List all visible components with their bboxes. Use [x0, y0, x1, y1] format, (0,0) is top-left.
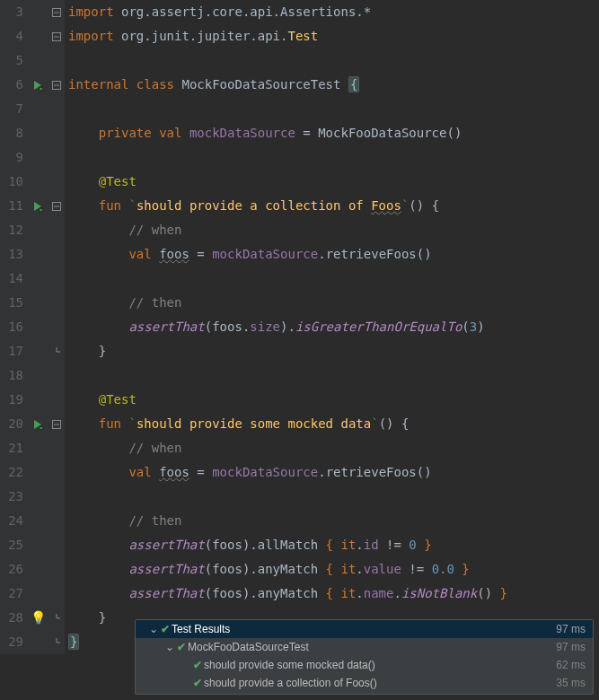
test-result-row[interactable]: ✔should provide some mocked data()62 ms: [136, 656, 593, 674]
code-content[interactable]: assertThat(foos).anyMatch { it.name.isNo…: [65, 582, 507, 606]
fold-marker-open[interactable]: [48, 194, 65, 218]
code-line[interactable]: 8 private val mockDataSource = MockFooDa…: [0, 121, 599, 145]
fold-marker-open[interactable]: [48, 73, 65, 97]
line-number[interactable]: 27: [0, 582, 27, 606]
line-number[interactable]: 19: [0, 388, 27, 412]
run-test-icon[interactable]: [27, 412, 48, 436]
fold-marker-open[interactable]: [48, 24, 65, 48]
test-result-name: MockFooDataSourceTest: [188, 641, 556, 653]
fold-marker-empty: [48, 557, 65, 582]
code-line[interactable]: 17 }: [0, 339, 599, 363]
code-line[interactable]: 5: [0, 48, 599, 73]
code-content[interactable]: assertThat(foos).allMatch { it.id != 0 }: [65, 533, 432, 557]
code-line[interactable]: 24 // then: [0, 509, 599, 533]
code-content[interactable]: private val mockDataSource = MockFooData…: [65, 121, 462, 145]
fold-marker-empty: [48, 242, 65, 267]
code-line[interactable]: 27 assertThat(foos).anyMatch { it.name.i…: [0, 582, 599, 606]
code-line[interactable]: 19 @Test: [0, 388, 599, 412]
line-number[interactable]: 29: [0, 630, 27, 654]
code-content[interactable]: // when: [65, 218, 181, 242]
code-content[interactable]: // then: [65, 291, 181, 315]
line-number[interactable]: 3: [0, 0, 27, 24]
line-number[interactable]: 11: [0, 194, 27, 218]
line-number[interactable]: 4: [0, 24, 27, 48]
line-number[interactable]: 5: [0, 48, 27, 73]
code-content[interactable]: }: [65, 606, 106, 630]
code-line[interactable]: 4import org.junit.jupiter.api.Test: [0, 24, 599, 48]
fold-marker-open[interactable]: [48, 0, 65, 24]
code-line[interactable]: 23: [0, 485, 599, 509]
line-number[interactable]: 15: [0, 291, 27, 315]
line-number[interactable]: 17: [0, 339, 27, 363]
code-line[interactable]: 3import org.assertj.core.api.Assertions.…: [0, 0, 599, 24]
line-number[interactable]: 23: [0, 485, 27, 509]
code-content[interactable]: fun `should provide some mocked data`() …: [65, 412, 409, 436]
code-content[interactable]: import org.junit.jupiter.api.Test: [65, 24, 318, 48]
code-content[interactable]: assertThat(foos).anyMatch { it.value != …: [65, 557, 470, 582]
code-line[interactable]: 15 // then: [0, 291, 599, 315]
code-line[interactable]: 26 assertThat(foos).anyMatch { it.value …: [0, 557, 599, 582]
code-content[interactable]: fun `should provide a collection of Foos…: [65, 194, 439, 218]
line-number[interactable]: 14: [0, 267, 27, 291]
gutter-icon-empty: [27, 485, 48, 509]
code-line[interactable]: 25 assertThat(foos).allMatch { it.id != …: [0, 533, 599, 557]
line-number[interactable]: 25: [0, 533, 27, 557]
code-line[interactable]: 20 fun `should provide some mocked data`…: [0, 412, 599, 436]
code-line[interactable]: 7: [0, 97, 599, 121]
line-number[interactable]: 24: [0, 509, 27, 533]
code-content[interactable]: @Test: [65, 388, 137, 412]
gutter-icon-empty: [27, 315, 48, 339]
line-number[interactable]: 21: [0, 436, 27, 460]
code-content[interactable]: @Test: [65, 170, 137, 194]
run-test-icon[interactable]: [27, 194, 48, 218]
fold-marker-close[interactable]: [48, 630, 65, 654]
code-line[interactable]: 6internal class MockFooDataSourceTest {: [0, 73, 599, 97]
chevron-down-icon[interactable]: ⌄: [164, 641, 175, 653]
code-content[interactable]: val foos = mockDataSource.retrieveFoos(): [65, 460, 432, 485]
fold-marker-close[interactable]: [48, 339, 65, 363]
line-number[interactable]: 7: [0, 97, 27, 121]
line-number[interactable]: 26: [0, 557, 27, 582]
test-result-time: 35 ms: [556, 677, 586, 689]
code-content[interactable]: // when: [65, 436, 181, 460]
code-content[interactable]: assertThat(foos.size).isGreaterThanOrEqu…: [65, 315, 485, 339]
code-content[interactable]: // then: [65, 509, 181, 533]
line-number[interactable]: 20: [0, 412, 27, 436]
code-line[interactable]: 13 val foos = mockDataSource.retrieveFoo…: [0, 242, 599, 267]
code-line[interactable]: 16 assertThat(foos.size).isGreaterThanOr…: [0, 315, 599, 339]
code-line[interactable]: 12 // when: [0, 218, 599, 242]
code-line[interactable]: 11 fun `should provide a collection of F…: [0, 194, 599, 218]
code-content[interactable]: }: [65, 630, 79, 654]
fold-marker-close[interactable]: [48, 606, 65, 630]
code-content[interactable]: internal class MockFooDataSourceTest {: [65, 73, 359, 97]
run-test-icon[interactable]: [27, 73, 48, 97]
test-result-row[interactable]: ⌄✔MockFooDataSourceTest97 ms: [136, 638, 593, 656]
gutter-icon-empty: [27, 145, 48, 170]
code-editor[interactable]: 3import org.assertj.core.api.Assertions.…: [0, 0, 599, 700]
code-line[interactable]: 21 // when: [0, 436, 599, 460]
intention-bulb-icon[interactable]: 💡: [27, 606, 48, 630]
code-line[interactable]: 18: [0, 363, 599, 388]
test-results-header[interactable]: ⌄ ✔ Test Results 97 ms: [136, 620, 593, 638]
line-number[interactable]: 28: [0, 606, 27, 630]
code-content[interactable]: }: [65, 339, 106, 363]
code-line[interactable]: 9: [0, 145, 599, 170]
test-result-row[interactable]: ✔should provide a collection of Foos()35…: [136, 674, 593, 692]
line-number[interactable]: 10: [0, 170, 27, 194]
line-number[interactable]: 16: [0, 315, 27, 339]
line-number[interactable]: 18: [0, 363, 27, 388]
line-number[interactable]: 8: [0, 121, 27, 145]
code-line[interactable]: 22 val foos = mockDataSource.retrieveFoo…: [0, 460, 599, 485]
line-number[interactable]: 9: [0, 145, 27, 170]
line-number[interactable]: 6: [0, 73, 27, 97]
line-number[interactable]: 12: [0, 218, 27, 242]
code-line[interactable]: 14: [0, 267, 599, 291]
chevron-down-icon[interactable]: ⌄: [148, 623, 159, 635]
line-number[interactable]: 13: [0, 242, 27, 267]
fold-marker-open[interactable]: [48, 412, 65, 436]
code-content[interactable]: val foos = mockDataSource.retrieveFoos(): [65, 242, 432, 267]
code-content[interactable]: import org.assertj.core.api.Assertions.*: [65, 0, 371, 24]
code-line[interactable]: 10 @Test: [0, 170, 599, 194]
test-results-panel[interactable]: ⌄ ✔ Test Results 97 ms ⌄✔MockFooDataSour…: [135, 619, 594, 695]
line-number[interactable]: 22: [0, 460, 27, 485]
